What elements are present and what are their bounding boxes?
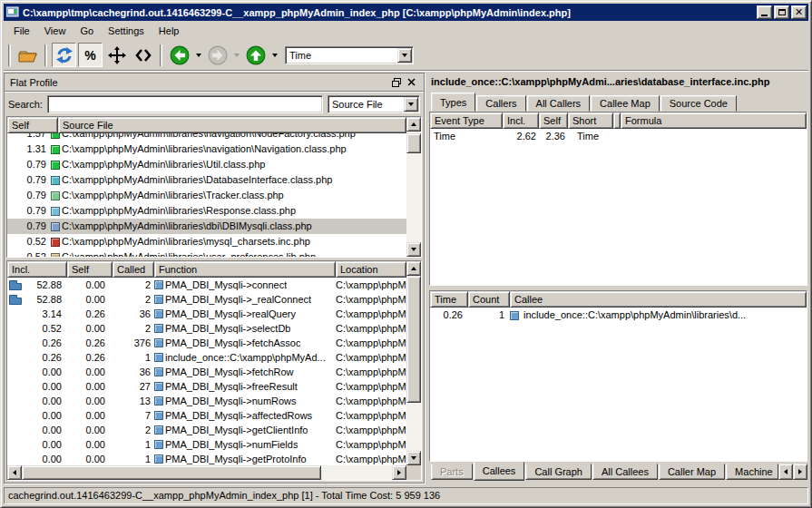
table-row[interactable]: 0.00 0.00 27 PMA_DBI_Mysqli->freeResult … (7, 379, 406, 394)
close-panel-button[interactable] (404, 76, 418, 89)
column-header-count[interactable]: Count (468, 291, 510, 308)
tab-call-graph[interactable]: Call Graph (525, 464, 592, 480)
table-row[interactable]: 0.52 0.00 2 PMA_DBI_Mysqli->selectDb C:\… (7, 321, 406, 336)
tab-callers[interactable]: Callers (476, 95, 525, 112)
detail-panel: include_once::C:\xampp\phpMyAdmi...aries… (428, 73, 808, 484)
function-icon (154, 324, 163, 333)
table-row[interactable]: 0.00 0.00 36 PMA_DBI_Mysqli->fetchRow C:… (7, 365, 406, 379)
tab-machine-code[interactable]: Machine (726, 464, 778, 480)
close-button[interactable]: ✕ (791, 5, 807, 19)
column-header-self[interactable]: Self (539, 112, 568, 129)
column-header-location[interactable]: Location (336, 261, 406, 278)
list-item[interactable]: 0.79 C:\xampp\phpMyAdmin\libraries\dbi\D… (7, 219, 406, 234)
list-item[interactable]: 0.79 C:\xampp\phpMyAdmin\libraries\Track… (7, 188, 406, 203)
menu-file[interactable]: File (7, 24, 36, 38)
column-header-time[interactable]: Time (430, 291, 468, 308)
list-item[interactable]: 0.52 C:\xampp\phpMyAdmin\libraries\user_… (7, 249, 406, 257)
cycle-detection-button[interactable] (131, 43, 155, 67)
chevron-down-icon[interactable] (404, 97, 418, 112)
list-item[interactable]: 0.79 C:\xampp\phpMyAdmin\libraries\Respo… (7, 203, 406, 219)
expand-cost-button[interactable] (104, 43, 129, 67)
search-input[interactable] (47, 95, 323, 113)
column-header-called[interactable]: Called (113, 261, 154, 278)
forward-dropdown[interactable] (231, 43, 241, 67)
scrollbar-thumb[interactable] (406, 276, 421, 403)
tab-types[interactable]: Types (431, 93, 475, 112)
titlebar[interactable]: C:\xampp\tmp\cachegrind.out.1416463299-C… (4, 4, 808, 21)
list-item[interactable]: 0.79 C:\xampp\phpMyAdmin\libraries\Datab… (7, 172, 406, 188)
column-header-event-type[interactable]: Event Type (430, 112, 503, 129)
scroll-up-icon[interactable] (406, 261, 421, 276)
table-row[interactable]: 0.26 0.26 1 include_once::C:\xampp\phpMy… (7, 350, 406, 365)
list-item[interactable]: 1.57 C:\xampp\phpMyAdmin\libraries\navig… (7, 133, 406, 142)
open-file-button[interactable] (15, 43, 40, 67)
forward-button[interactable] (205, 43, 230, 67)
float-panel-button[interactable] (389, 76, 404, 89)
vertical-scrollbar[interactable] (406, 261, 421, 465)
scroll-down-icon[interactable] (406, 451, 421, 465)
table-row[interactable]: 52.88 0.00 2 PMA_DBI_Mysqli->_realConnec… (7, 292, 406, 307)
scroll-up-icon[interactable] (406, 117, 421, 132)
scroll-left-icon[interactable] (7, 465, 22, 480)
back-dropdown[interactable] (193, 43, 203, 67)
tab-scroll-left-icon[interactable] (778, 464, 793, 480)
table-row[interactable]: 0.00 0.00 1 PMA_DBI_Mysqli->numFields C:… (7, 437, 406, 452)
horizontal-scrollbar[interactable] (7, 465, 406, 480)
self-cost-cell: 0.00 (67, 452, 113, 465)
vertical-scrollbar[interactable] (406, 117, 421, 257)
table-row[interactable]: 0.26 0.26 376 PMA_DBI_Mysqli->fetchAssoc… (7, 336, 406, 350)
table-row[interactable]: 52.88 0.00 2 PMA_DBI_Mysqli->connect C:\… (7, 278, 406, 292)
tab-callees[interactable]: Callees (474, 462, 525, 481)
scroll-right-icon[interactable] (392, 465, 406, 480)
percent-toggle-button[interactable]: % (78, 43, 103, 67)
list-item[interactable]: 0.52 C:\xampp\phpMyAdmin\libraries\mysql… (7, 234, 406, 249)
column-header-callee[interactable]: Callee (510, 291, 807, 308)
menu-view[interactable]: View (38, 24, 73, 38)
table-row[interactable]: 3.14 0.26 36 PMA_DBI_Mysqli->realQuery C… (7, 307, 406, 321)
column-header-short[interactable]: Short (568, 112, 613, 129)
column-header-incl[interactable]: Incl. (503, 112, 539, 129)
scroll-down-icon[interactable] (406, 242, 421, 257)
tab-parts[interactable]: Parts (431, 464, 473, 480)
menu-go[interactable]: Go (73, 24, 100, 38)
self-cost-cell: 0.00 (67, 365, 113, 379)
table-row[interactable]: 0.00 0.00 1 PMA_DBI_Mysqli->getProtoInfo… (7, 452, 406, 465)
column-header-function[interactable]: Function (154, 261, 336, 278)
column-header-self[interactable]: Self (67, 261, 113, 278)
tab-source-code[interactable]: Source Code (660, 95, 737, 112)
chevron-down-icon[interactable] (397, 48, 412, 63)
group-by-select[interactable]: Source File (328, 95, 420, 113)
refresh-button[interactable] (52, 43, 76, 67)
location-cell: C:\xampp\phpMy (336, 394, 406, 408)
minimize-button[interactable] (757, 5, 772, 19)
table-row[interactable]: 0.26 1 include_once::C:\xampp\phpMyAdmin… (430, 308, 807, 323)
scrollbar-thumb[interactable] (22, 465, 321, 480)
column-header-formula[interactable]: Formula (621, 112, 807, 129)
tab-callee-map[interactable]: Callee Map (591, 95, 660, 112)
tab-all-callers[interactable]: All Callers (527, 95, 591, 112)
back-button[interactable] (167, 43, 191, 67)
table-row[interactable]: 0.00 0.00 2 PMA_DBI_Mysqli->getClientInf… (7, 423, 406, 437)
list-item[interactable]: 1.31 C:\xampp\phpMyAdmin\libraries\navig… (7, 142, 406, 157)
tab-all-callees[interactable]: All Callees (592, 464, 658, 480)
table-row[interactable]: Time 2.62 2.36 Time (430, 129, 807, 144)
open-folder-icon (18, 46, 38, 64)
menu-settings[interactable]: Settings (102, 24, 151, 38)
list-item[interactable]: 0.79 C:\xampp\phpMyAdmin\libraries\Util.… (7, 157, 406, 172)
scrollbar-thumb[interactable] (406, 133, 421, 153)
tab-scroll-right-icon[interactable] (793, 464, 807, 480)
table-row[interactable]: 0.00 0.00 7 PMA_DBI_Mysqli->affectedRows… (7, 408, 406, 423)
column-header-incl[interactable]: Incl. (7, 261, 67, 278)
flat-profile-titlebar[interactable]: Flat Profile (5, 73, 424, 92)
column-header-source-file[interactable]: Source File (58, 117, 406, 133)
up-button[interactable] (243, 43, 268, 67)
event-type-select[interactable]: Time (285, 46, 414, 64)
column-header-spacer[interactable] (613, 112, 621, 129)
maximize-button[interactable] (774, 5, 789, 19)
up-dropdown[interactable] (269, 43, 279, 67)
table-row[interactable]: 0.00 0.00 13 PMA_DBI_Mysqli->numRows C:\… (7, 394, 406, 408)
menu-help[interactable]: Help (152, 24, 186, 38)
column-header-self[interactable]: Self (7, 117, 58, 133)
source-file-path: C:\xampp\phpMyAdmin\libraries\dbi\DBIMys… (62, 219, 406, 234)
tab-caller-map[interactable]: Caller Map (659, 464, 725, 480)
